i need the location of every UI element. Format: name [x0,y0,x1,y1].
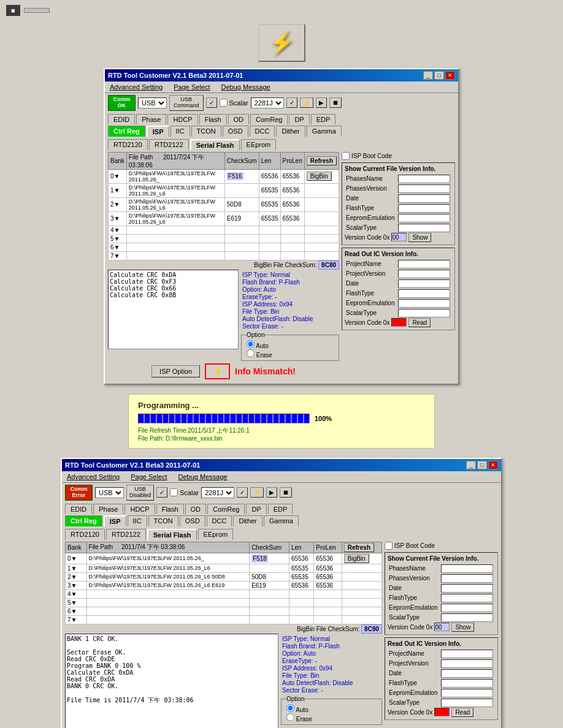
refresh-btn[interactable]: Refresh [307,156,337,165]
toolbar-stop-btn-2[interactable]: ⏹ [280,487,292,498]
tab-edid[interactable]: EDID [108,114,135,124]
tab2-edid[interactable]: EDID [65,504,92,514]
scalar-checkbox-2[interactable] [170,488,178,496]
version-code-input-2b[interactable] [434,708,450,716]
close-button[interactable]: ✕ [445,71,455,80]
version-code-input-2[interactable] [434,623,450,631]
tab2-rtd2122[interactable]: RTD2122 [106,529,146,540]
phases-version-input[interactable] [398,184,450,193]
menu2-debug[interactable]: Debug Message [176,472,230,481]
isp-boot-checkbox[interactable] [342,152,350,160]
bigbin-btn[interactable]: BigBin [307,172,332,181]
scalar-type-input-1b[interactable] [398,309,450,317]
max-btn-2[interactable]: □ [477,461,487,469]
top-button-1[interactable]: ■ [6,5,20,16]
project-name-input-1[interactable] [398,260,450,268]
eeprom-input-2b[interactable] [441,689,493,697]
read-button-1[interactable]: Read [408,318,431,327]
show-button-2[interactable]: Show [451,623,474,632]
tab2-osd[interactable]: OSD [180,515,205,526]
tab-osd[interactable]: OSD [223,126,248,137]
read-button-2[interactable]: Read [451,708,473,717]
tab-phase[interactable]: Phase [136,114,166,124]
program-button-1[interactable]: ⚡ [205,363,230,379]
usb-disabled-button[interactable]: USBDisabled [126,485,154,501]
tab2-gamma[interactable]: Gamma [264,515,299,526]
tab2-rtd2120[interactable]: RTD2120 [65,529,105,540]
show-button-1[interactable]: Show [408,233,431,242]
date-input-1[interactable] [398,194,450,203]
date-input-2[interactable] [441,584,493,593]
tab-ctrl-reg[interactable]: Ctrl Reg [108,126,145,137]
col-refresh[interactable]: Refresh [304,152,339,169]
toolbar-play-btn-2[interactable]: ▶ [266,487,277,498]
comm-type-select[interactable]: USB [138,97,167,108]
bigbin-btn-2[interactable]: BigBin [344,554,369,563]
comm-ok-button[interactable]: CommOK [108,95,136,111]
min-btn-2[interactable]: _ [466,461,476,469]
check-button[interactable]: ✓ [206,97,217,108]
tab-rtd2122[interactable]: RTD2122 [149,139,189,150]
menu2-page-select[interactable]: Page Select [128,472,169,481]
tab-comreg[interactable]: ComReg [250,114,288,124]
isp-option-button-1[interactable]: ISP Option [151,365,200,377]
tab2-hdcp[interactable]: HDCP [124,504,155,514]
tab2-comreg[interactable]: ComReg [207,504,245,514]
toolbar-icon-btn1[interactable]: ⚡ [300,97,313,108]
tab-isp[interactable]: ISP [147,126,169,137]
tab2-eeprom[interactable]: EEprom [198,529,234,540]
date-input-2b[interactable] [441,669,493,678]
flash-type-input-2b[interactable] [441,679,493,688]
tab-gamma[interactable]: Gamma [307,126,342,137]
flash-type-input-1[interactable] [398,204,450,213]
scalar-type-input-2[interactable] [441,613,493,622]
flash-type-input-1b[interactable] [398,289,450,298]
tab2-iic[interactable]: IIC [128,515,147,526]
menu-page-select[interactable]: Page Select [171,83,212,91]
isp-boot-checkbox-2[interactable] [385,542,393,550]
menu2-advanced[interactable]: Advanced Setting [64,472,122,481]
radio-auto[interactable] [247,340,255,348]
top-button-2[interactable] [24,8,50,13]
comm-error-button[interactable]: CommError [65,485,93,501]
toolbar-icon-btn-2[interactable]: ⚡ [250,487,264,498]
tab2-tcon[interactable]: TCON [148,515,178,526]
date-input-1b[interactable] [398,279,450,288]
tab-dither[interactable]: Dither [276,126,305,137]
tab2-ctrl-reg[interactable]: Ctrl Reg [65,515,102,526]
phases-version-input-2[interactable] [441,574,493,583]
scalar-type-input-2b[interactable] [441,699,493,707]
toolbar-check-btn[interactable]: ✓ [286,97,297,108]
toolbar-play-btn[interactable]: ▶ [316,97,327,108]
tab-dcc[interactable]: DCC [250,126,275,137]
tab-serial-flash[interactable]: Serial Flash [190,139,240,150]
tab-edp[interactable]: EDP [311,114,336,124]
tab2-flash[interactable]: Flash [156,504,184,514]
tab-dp[interactable]: DP [289,114,309,124]
refresh-btn-2[interactable]: Refresh [344,543,374,552]
tab-eeprom[interactable]: EEprom [241,139,277,150]
phases-name-input-2[interactable] [441,564,493,573]
flash-type-input-2[interactable] [441,594,493,602]
tab-rtd2120[interactable]: RTD2120 [108,139,148,150]
maximize-button[interactable]: □ [434,71,444,80]
close-btn-2[interactable]: ✕ [488,461,498,469]
toolbar-check-btn-2[interactable]: ✓ [237,487,248,498]
tab2-dcc[interactable]: DCC [207,515,232,526]
tab2-isp[interactable]: ISP [104,515,126,526]
scalar-select-2[interactable]: 2281J [201,487,234,498]
menu-debug-message[interactable]: Debug Message [219,83,273,91]
col2-refresh[interactable]: Refresh [342,542,381,553]
check-btn-2[interactable]: ✓ [156,487,167,498]
usb-command-button[interactable]: USBCommand [169,95,204,111]
scalar-select[interactable]: 2281J [251,97,284,108]
tab2-dp[interactable]: DP [246,504,266,514]
scalar-checkbox[interactable] [220,99,228,107]
eeprom-input-1[interactable] [398,214,450,222]
radio-erase[interactable] [247,349,255,357]
tab-hdcp[interactable]: HDCP [167,114,197,124]
project-name-input-2[interactable] [441,650,493,658]
menu-advanced-setting[interactable]: Advanced Setting [107,83,165,91]
comm-type-select-2[interactable]: USB [95,487,124,498]
radio-auto-2[interactable] [286,704,294,712]
